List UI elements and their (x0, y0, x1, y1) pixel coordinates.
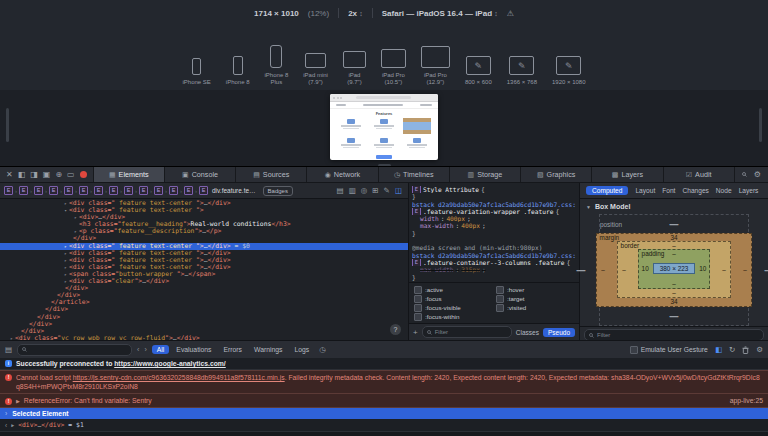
console-error-message[interactable]: ! Cannot load script https://js.sentry-c… (0, 370, 768, 393)
tab-layers[interactable]: Layers (739, 187, 759, 194)
dom-tree-row[interactable]: </div> (0, 314, 408, 321)
breadcrumb-current[interactable]: div.feature.te… (212, 187, 256, 194)
console-scope-errors[interactable]: Errors (218, 345, 247, 354)
tab-elements[interactable]: ▦Elements (93, 167, 164, 182)
checkbox[interactable] (414, 286, 422, 294)
error-source-link[interactable]: app-live:25 (730, 397, 763, 404)
help-button[interactable]: ? (390, 324, 401, 335)
tab-storage[interactable]: ▥Storage (449, 167, 520, 182)
dom-tree-row[interactable]: ▸<div class="clear">…</div> (0, 278, 408, 285)
element-crumb-icon[interactable]: E (4, 186, 13, 195)
tab-graphics[interactable]: ▧Graphics (520, 167, 591, 182)
console-result-row[interactable]: ‹ ▶ <div>…</div> = $1 (0, 419, 768, 432)
pseudo-checkbox-focus-within[interactable]: :focus-within (414, 312, 492, 321)
console-scope-logs[interactable]: Logs (289, 345, 314, 354)
element-crumb-icon[interactable]: E (124, 186, 133, 195)
style-rule-line[interactable]: max-width: 315px; (412, 266, 576, 273)
dom-tree-row[interactable]: ▸<p class="feature__description">…</p> (0, 228, 408, 235)
disclosure-triangle-icon[interactable]: ▸ (62, 264, 69, 271)
element-crumb-icon[interactable]: E (139, 186, 148, 195)
device-preset-ipad-pro[interactable]: iPad Pro(12.9") (421, 46, 450, 86)
element-crumb-icon[interactable]: E (79, 186, 88, 195)
style-rule-line[interactable]: } (412, 230, 576, 237)
box-model-position[interactable]: position– – margin34 – border– – (599, 214, 749, 326)
device-preset-iphone-se[interactable]: iPhone SE (182, 58, 210, 86)
pseudo-checkbox-hover[interactable]: :hover (496, 285, 574, 294)
disclosure-triangle-icon[interactable]: ▸ (62, 271, 69, 278)
style-rule-line[interactable]: max-width: 400px; (412, 222, 576, 229)
previous-result-icon[interactable]: ‹ (137, 346, 139, 353)
split-console-icon[interactable]: ◧ (715, 345, 722, 354)
right-scroll-indicator[interactable] (759, 108, 762, 142)
checkbox[interactable] (496, 304, 504, 312)
checkbox[interactable] (414, 313, 422, 321)
edit-html-icon[interactable]: ✎ (384, 186, 390, 195)
style-source-link[interactable]: bstack_d2a9bdab50e7afc1ac5abd6cd1b7e9b7.… (412, 252, 576, 259)
pseudo-checkbox-visited[interactable]: :visited (496, 303, 574, 312)
element-crumb-icon[interactable]: E (154, 186, 163, 195)
element-crumb-icon[interactable]: E (94, 186, 103, 195)
expand-triangle-icon[interactable]: ▶ (11, 422, 14, 428)
device-preset-iphone-8[interactable]: iPhone 8Plus (265, 45, 289, 86)
checkbox[interactable] (414, 304, 422, 312)
dock-bottom-icon[interactable]: ◨ (30, 170, 38, 179)
pseudo-toggle[interactable]: Pseudo (543, 328, 575, 337)
console-scope-warnings[interactable]: Warnings (249, 345, 287, 354)
user-agent-select[interactable]: Safari — iPadOS 16.4 — iPad ↕ (382, 9, 498, 18)
device-preset-1920-1080[interactable]: ✎1920 × 1080 (552, 56, 586, 86)
settings-gear-icon[interactable]: ⚙ (754, 170, 761, 179)
style-filter-input[interactable]: Filter (422, 326, 512, 338)
element-crumb-icon[interactable]: E (169, 186, 178, 195)
pseudo-checkbox-active[interactable]: :active (414, 285, 492, 294)
device-settings-icon[interactable]: ▭ (67, 170, 75, 179)
dom-tree-row[interactable]: ▾<div class=" feature text-center "> (0, 207, 408, 214)
box-model-margin[interactable]: margin34 – border– – padding– (596, 233, 753, 307)
disclosure-triangle-icon[interactable]: ▸ (62, 243, 69, 250)
dom-tree-row[interactable]: </div> (0, 321, 408, 328)
grid-overlay-icon[interactable]: ⊞ (372, 186, 378, 195)
device-preset-1366-768[interactable]: ✎1366 × 768 (507, 56, 537, 86)
tab-audit[interactable]: ☑Audit (663, 167, 734, 182)
style-rule-line[interactable]: E.feature-variation-wrapper .feature { (412, 208, 576, 215)
element-crumb-icon[interactable]: E (109, 186, 118, 195)
console-scope-icon[interactable]: ▤ (5, 345, 12, 354)
search-icon[interactable] (742, 172, 747, 177)
classes-toggle[interactable]: Classes (516, 329, 539, 336)
new-rule-icon[interactable]: + (413, 328, 418, 337)
detach-window-icon[interactable]: ▣ (43, 170, 51, 179)
disclosure-triangle-icon[interactable]: ▸ (62, 250, 69, 257)
console-settings-icon[interactable]: ⚙ (756, 345, 763, 354)
layout-rows-icon[interactable]: ▤ (337, 186, 344, 195)
disclosure-triangle-icon[interactable]: ▸ (62, 257, 69, 264)
style-rule-line[interactable]: } (412, 193, 576, 200)
device-preset-ipad-pro[interactable]: iPad Pro(10.5") (381, 49, 406, 86)
tab-computed[interactable]: Computed (586, 186, 628, 195)
dom-tree-row[interactable]: </div> (0, 306, 408, 313)
left-scroll-indicator[interactable] (6, 108, 9, 142)
element-crumb-icon[interactable]: E (19, 186, 28, 195)
scale-select[interactable]: 2x ↕ (348, 9, 363, 18)
dom-tree-row[interactable]: ▸<span class="button-wrapper ">…</span> (0, 271, 408, 278)
pseudo-checkbox-target[interactable]: :target (496, 294, 574, 303)
style-rule-line[interactable]: @media screen and (min-width:980px) (412, 244, 576, 251)
issue-count-badge[interactable] (80, 171, 87, 178)
disclosure-triangle-icon[interactable]: ▾ (62, 207, 69, 214)
disclosure-triangle-icon[interactable]: ▸ (62, 200, 69, 207)
disclosure-triangle-icon[interactable]: ▸ (8, 335, 15, 340)
split-view-icon[interactable]: ◫ (395, 186, 402, 195)
checkbox[interactable] (414, 295, 422, 303)
node-overlay-icon[interactable]: ◎ (361, 186, 368, 195)
element-crumb-icon[interactable]: E (199, 186, 208, 195)
console-info-message[interactable]: i Successfully preconnected to https://w… (0, 358, 768, 370)
console-prompt[interactable]: › (0, 432, 768, 436)
tab-console[interactable]: ▣Console (164, 167, 235, 182)
disclosure-triangle-icon[interactable]: ▸ (72, 214, 79, 221)
box-model-padding[interactable]: padding– 10 380 × 223 10 – (638, 249, 711, 289)
style-rule-line[interactable] (412, 237, 576, 244)
warning-icon[interactable]: ⚠ (507, 9, 514, 18)
console-scope-evaluations[interactable]: Evaluations (171, 345, 216, 354)
device-preset-ipad[interactable]: iPad(9.7") (343, 51, 366, 86)
tab-node[interactable]: Node (716, 187, 732, 194)
device-preset-ipad-mini[interactable]: iPad mini(7.9") (303, 53, 328, 86)
dock-side-icon[interactable]: ◧ (18, 170, 26, 179)
